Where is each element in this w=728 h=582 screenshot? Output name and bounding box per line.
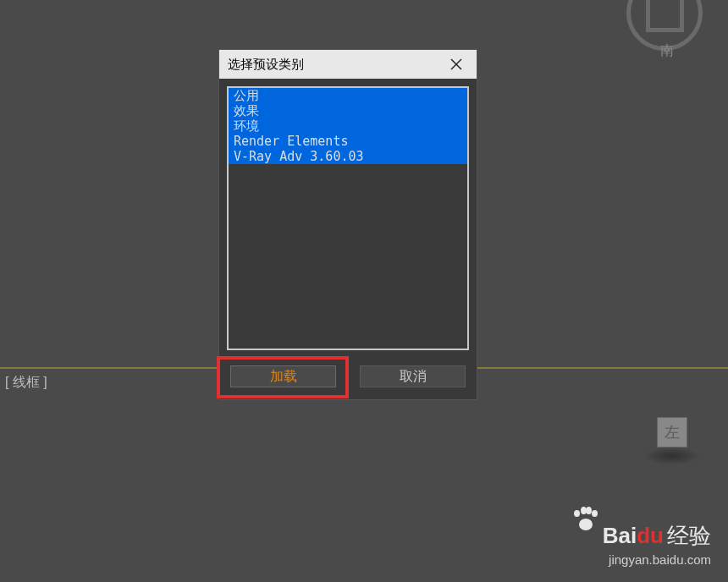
preset-category-dialog: 选择预设类别 公用 效果 环境 Render Elements V-Ray Ad…: [218, 49, 477, 400]
axis-shadow: [643, 447, 701, 465]
list-item[interactable]: 公用: [229, 88, 467, 103]
axis-cube[interactable]: 左: [657, 417, 687, 447]
dialog-titlebar[interactable]: 选择预设类别: [219, 50, 477, 79]
cancel-button[interactable]: 取消: [360, 365, 466, 387]
load-button[interactable]: 加载: [230, 365, 336, 387]
dialog-body: 公用 效果 环境 Render Elements V-Ray Adv 3.60.…: [219, 79, 477, 358]
paw-icon: [574, 507, 598, 530]
watermark-brand: Baidu经验: [574, 507, 711, 551]
viewport-label: [ 线框 ]: [5, 374, 47, 392]
compass-label: 南: [660, 42, 674, 60]
close-icon: [450, 58, 462, 70]
watermark: Baidu经验 jingyan.baidu.com: [574, 507, 711, 567]
brand-text: Baidu经验: [603, 521, 711, 551]
list-item[interactable]: Render Elements: [229, 134, 467, 149]
list-selection: 公用 效果 环境 Render Elements V-Ray Adv 3.60.…: [229, 88, 467, 164]
category-listbox[interactable]: 公用 效果 环境 Render Elements V-Ray Adv 3.60.…: [227, 86, 469, 350]
watermark-url: jingyan.baidu.com: [574, 552, 711, 567]
close-button[interactable]: [441, 52, 472, 76]
compass-inner: [646, 0, 684, 32]
dialog-buttons: 加载 取消: [219, 358, 477, 399]
dialog-title: 选择预设类别: [228, 57, 304, 73]
list-item[interactable]: 效果: [229, 103, 467, 118]
list-item[interactable]: 环境: [229, 118, 467, 134]
list-item[interactable]: V-Ray Adv 3.60.03: [229, 149, 467, 164]
